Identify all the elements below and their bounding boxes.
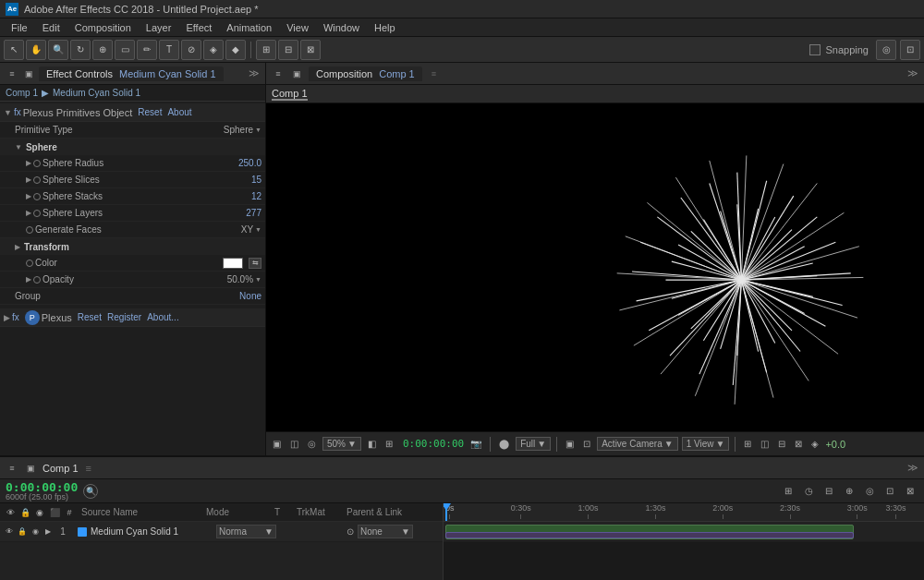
transform-section-header[interactable]: ▶ Transform	[0, 238, 265, 255]
plexus-expand-arrow[interactable]: ▼	[4, 108, 12, 117]
tl-btn-4[interactable]: ⊕	[841, 483, 857, 500]
comp-tool-4[interactable]: ◧	[365, 438, 379, 450]
plexus2-reset-btn[interactable]: Reset	[78, 312, 102, 322]
comp-tab-active[interactable]: Comp 1	[272, 88, 308, 101]
tool-extra2[interactable]: ⊟	[278, 40, 298, 60]
timeline-tab[interactable]: Comp 1	[43, 463, 79, 474]
menu-layer[interactable]: Layer	[139, 18, 179, 37]
tool-zoom[interactable]: 🔍	[48, 40, 68, 60]
tl-btn-3[interactable]: ⊟	[821, 483, 837, 500]
col-solo-icon[interactable]: ◉	[33, 506, 46, 519]
composition-tab[interactable]: Composition Comp 1	[309, 66, 422, 81]
comp-tool-12[interactable]: ◈	[808, 438, 821, 450]
breadcrumb-comp[interactable]: Comp 1	[6, 88, 38, 98]
tl-btn-1[interactable]: ⊞	[780, 483, 796, 500]
tool-brush[interactable]: ⊘	[181, 40, 201, 60]
comp-tool-2[interactable]: ◫	[287, 438, 301, 450]
opacity-arrow[interactable]: ▶	[26, 275, 31, 284]
comp-tool-1[interactable]: ▣	[270, 438, 284, 450]
snap-extra[interactable]: ⊡	[900, 40, 920, 60]
sphere-slices-value[interactable]: 15	[225, 175, 261, 185]
camera-dropdown[interactable]: Active Camera ▼	[597, 437, 677, 451]
menu-file[interactable]: File	[4, 18, 35, 37]
comp-tool-10[interactable]: ⊟	[775, 438, 788, 450]
sphere-radius-value[interactable]: 250.0	[225, 158, 261, 168]
menu-view[interactable]: View	[279, 18, 316, 37]
tl-panel-icon[interactable]: ▣	[24, 462, 37, 475]
timeline-search[interactable]: 🔍	[83, 484, 98, 499]
panel-menu-icon[interactable]: ≡	[6, 67, 18, 80]
tool-rotate[interactable]: ↻	[70, 40, 91, 60]
comp-snapshot[interactable]: 📷	[468, 438, 484, 450]
slices-arrow[interactable]: ▶	[26, 175, 31, 184]
color-stopwatch[interactable]	[26, 260, 33, 267]
plexus2-expand-arrow[interactable]: ▶	[4, 313, 10, 322]
sphere-layers-value[interactable]: 277	[225, 208, 261, 218]
timeline-playhead[interactable]	[445, 503, 447, 521]
opacity-stopwatch[interactable]	[33, 276, 41, 284]
tool-puppet[interactable]: ◆	[225, 40, 246, 60]
track-parent-dropdown[interactable]: None ▼	[358, 525, 413, 538]
color-swatch[interactable]	[223, 258, 243, 269]
comp-tool-3[interactable]: ◎	[305, 438, 319, 450]
comp-menu-icon[interactable]: ≡	[272, 67, 285, 80]
track-collapse-btn[interactable]: ▶	[43, 526, 54, 538]
tool-pen[interactable]: ✏	[137, 40, 157, 60]
panel-options[interactable]: ≫	[249, 67, 260, 79]
col-lock-icon[interactable]: 🔒	[18, 506, 31, 519]
zoom-dropdown[interactable]: 50% ▼	[322, 437, 361, 451]
breadcrumb-layer[interactable]: Medium Cyan Solid 1	[53, 88, 140, 98]
track-solo-btn[interactable]: ◉	[30, 526, 41, 538]
layers-stopwatch[interactable]	[33, 210, 41, 217]
tool-clone[interactable]: ◈	[203, 40, 224, 60]
tl-btn-6[interactable]: ⊡	[881, 483, 898, 500]
menu-window[interactable]: Window	[316, 18, 367, 37]
color-link[interactable]: ⇆	[249, 258, 261, 269]
comp-tool-6[interactable]: ▣	[563, 438, 577, 450]
view-dropdown[interactable]: 1 View ▼	[682, 437, 730, 451]
tl-menu-icon[interactable]: ≡	[6, 462, 18, 475]
opacity-dropdown[interactable]: 50.0% ▼	[227, 274, 261, 284]
comp-tool-5[interactable]: ⊞	[383, 438, 395, 450]
menu-animation[interactable]: Animation	[219, 18, 279, 37]
col-label-icon[interactable]: ⬛	[48, 506, 61, 519]
tool-arrow[interactable]: ↖	[4, 40, 24, 60]
tool-orbit[interactable]: ⊕	[92, 40, 113, 60]
tl-btn-2[interactable]: ◷	[800, 483, 817, 500]
tl-btn-7[interactable]: ⊠	[902, 483, 918, 500]
plexus2-about-btn[interactable]: About...	[147, 312, 178, 322]
panel-camera-icon[interactable]: ▣	[22, 67, 35, 80]
layers-arrow[interactable]: ▶	[26, 209, 31, 217]
sphere-section-header[interactable]: ▼ Sphere	[0, 139, 265, 155]
effect-controls-tab[interactable]: Effect Controls Medium Cyan Solid 1	[39, 66, 224, 81]
track-eye-btn[interactable]: 👁	[4, 526, 15, 538]
quality-dropdown[interactable]: Full ▼	[516, 437, 551, 451]
comp-tool-9[interactable]: ◫	[758, 438, 772, 450]
faces-stopwatch[interactable]	[26, 226, 33, 234]
menu-effect[interactable]: Effect	[178, 18, 219, 37]
stacks-arrow[interactable]: ▶	[26, 192, 31, 200]
tl-btn-5[interactable]: ◎	[861, 483, 878, 500]
comp-tool-8[interactable]: ⊞	[741, 438, 754, 450]
menu-edit[interactable]: Edit	[35, 18, 67, 37]
plexus-reset-btn[interactable]: Reset	[138, 107, 162, 117]
tool-extra1[interactable]: ⊞	[256, 40, 276, 60]
sphere-stacks-value[interactable]: 12	[225, 191, 261, 201]
radius-stopwatch[interactable]	[33, 160, 41, 167]
timeline-timecode[interactable]: 0:00:00:00	[6, 481, 78, 493]
col-eye-icon[interactable]: 👁	[4, 506, 17, 519]
stacks-stopwatch[interactable]	[33, 193, 41, 200]
comp-tool-11[interactable]: ⊠	[792, 438, 805, 450]
tool-extra3[interactable]: ⊠	[300, 40, 321, 60]
tool-text[interactable]: T	[159, 40, 179, 60]
menu-composition[interactable]: Composition	[67, 18, 139, 37]
slices-stopwatch[interactable]	[33, 176, 41, 184]
primitive-type-dropdown[interactable]: Sphere ▼	[224, 125, 261, 135]
generate-faces-dropdown[interactable]: XY ▼	[241, 224, 261, 235]
track-lock-btn[interactable]: 🔒	[17, 526, 28, 538]
comp-tool-color[interactable]: ⬤	[496, 438, 512, 450]
tool-hand[interactable]: ✋	[26, 40, 46, 60]
plexus-about-btn[interactable]: About	[167, 107, 191, 117]
snapping-btn[interactable]: ◎	[876, 40, 896, 60]
track-mode-dropdown[interactable]: Norma ▼	[216, 525, 276, 538]
